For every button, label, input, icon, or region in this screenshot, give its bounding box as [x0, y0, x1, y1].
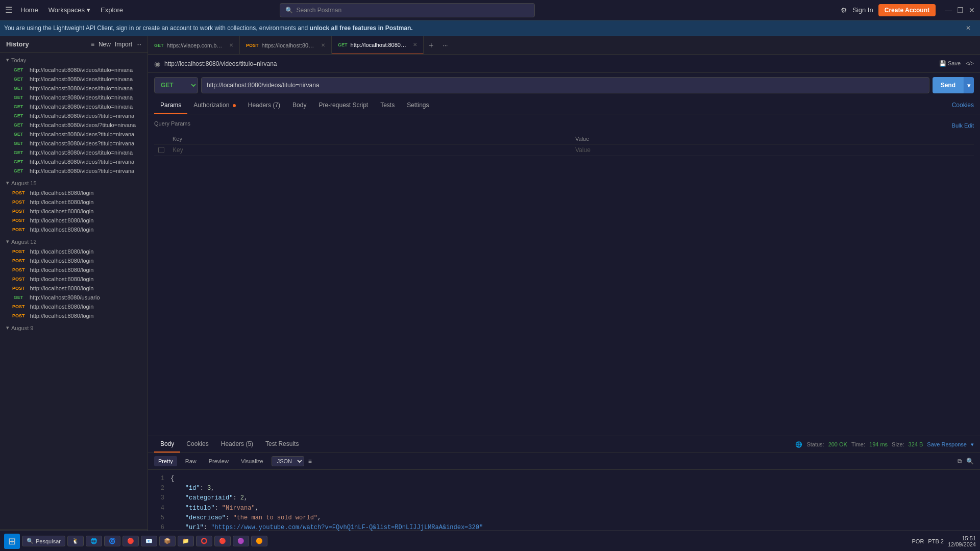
- list-item[interactable]: GEThttp://localhost:8080/videos?titulo=n…: [0, 166, 148, 176]
- tab-tests[interactable]: Tests: [374, 97, 401, 114]
- list-item[interactable]: POSThttp://localhost:8080/login: [0, 225, 148, 234]
- list-item[interactable]: POSThttp://localhost:8080/login: [0, 302, 148, 311]
- save-response-button[interactable]: Save Response: [927, 441, 967, 447]
- sidebar-filter-icon[interactable]: ≡: [91, 41, 94, 48]
- nav-explore[interactable]: Explore: [101, 6, 123, 14]
- sidebar-group-header-aug9[interactable]: ▾ August 9: [0, 322, 148, 333]
- bulk-edit-button[interactable]: Bulk Edit: [952, 122, 974, 129]
- taskbar-app-4[interactable]: 📧: [141, 536, 157, 546]
- start-button[interactable]: ⊞: [4, 534, 20, 549]
- taskbar-app-9[interactable]: 🟣: [233, 536, 249, 546]
- list-item[interactable]: GEThttp://localhost:8080/videos?titulo=n…: [0, 130, 148, 139]
- tab-0[interactable]: GET https://viacep.com.br/w... ✕: [148, 36, 240, 55]
- filter-icon[interactable]: ≡: [308, 458, 312, 465]
- tab-headers[interactable]: Headers (7): [242, 97, 286, 114]
- list-item[interactable]: POSThttp://localhost:8080/login: [0, 274, 148, 284]
- taskbar-app-penguin[interactable]: 🐧: [67, 536, 84, 546]
- format-raw[interactable]: Raw: [181, 456, 201, 466]
- new-tab-button[interactable]: +: [424, 41, 438, 50]
- nav-home[interactable]: Home: [20, 6, 38, 14]
- list-item[interactable]: POSThttp://localhost:8080/login: [0, 256, 148, 265]
- list-item[interactable]: GEThttp://localhost:8080/videos?titulo=n…: [0, 157, 148, 166]
- tab-params[interactable]: Params: [154, 97, 187, 114]
- search-icon[interactable]: 🔍: [966, 458, 974, 465]
- copy-icon[interactable]: ⧉: [958, 458, 962, 465]
- resp-tab-body[interactable]: Body: [154, 436, 180, 453]
- format-pretty[interactable]: Pretty: [154, 456, 177, 466]
- new-button[interactable]: New: [99, 41, 111, 48]
- list-item[interactable]: POSThttp://localhost:8080/login: [0, 188, 148, 197]
- list-item[interactable]: GEThttp://localhost:8080/videos/titulo=n…: [0, 65, 148, 74]
- format-visualize[interactable]: Visualize: [237, 456, 267, 466]
- tab-authorization[interactable]: Authorization: [187, 97, 241, 114]
- json-format-select[interactable]: JSON XML HTML Text: [272, 456, 304, 466]
- tab-body[interactable]: Body: [286, 97, 312, 114]
- url-input[interactable]: [201, 77, 929, 93]
- send-dropdown-button[interactable]: ▾: [964, 77, 974, 93]
- tab-close-button[interactable]: ✕: [321, 42, 325, 48]
- list-item[interactable]: POSThttp://localhost:8080/login: [0, 207, 148, 216]
- list-item[interactable]: POSThttp://localhost:8080/login: [0, 265, 148, 274]
- tab-close-button[interactable]: ✕: [413, 42, 417, 47]
- taskbar-app-6[interactable]: 📁: [178, 536, 194, 546]
- minimize-button[interactable]: —: [945, 6, 952, 14]
- import-button[interactable]: Import: [115, 41, 132, 48]
- restore-button[interactable]: ❐: [957, 6, 964, 14]
- table-row: [154, 144, 974, 156]
- value-input[interactable]: [575, 146, 970, 154]
- tab-settings[interactable]: Settings: [401, 97, 435, 114]
- list-item[interactable]: POSThttp://localhost:8080/login: [0, 216, 148, 225]
- taskbar-app-3[interactable]: 🔴: [122, 536, 139, 546]
- taskbar-app-2[interactable]: 🌀: [104, 536, 120, 546]
- search-bar[interactable]: 🔍 Search Postman: [280, 3, 535, 17]
- save-button[interactable]: 💾 Save: [939, 60, 961, 67]
- nav-workspaces[interactable]: Workspaces ▾: [48, 6, 90, 14]
- tab-2[interactable]: GET http://localhost:8080/vid... ✕: [332, 36, 424, 55]
- taskbar-app-browser[interactable]: 🌐: [86, 536, 102, 546]
- tab-1[interactable]: POST https://localhost:8080/... ✕: [240, 36, 332, 55]
- save-dropdown-icon[interactable]: ▾: [971, 441, 974, 448]
- sign-in-button[interactable]: Sign In: [852, 6, 873, 14]
- list-item[interactable]: GEThttp://localhost:8080/videos/?titulo=…: [0, 120, 148, 130]
- taskbar-app-7[interactable]: ⭕: [196, 536, 212, 546]
- search-taskbar[interactable]: 🔍 Pesquisar: [22, 536, 65, 546]
- resp-tab-cookies[interactable]: Cookies: [180, 436, 214, 453]
- sidebar-more-icon[interactable]: ···: [136, 41, 141, 48]
- sidebar-group-header-aug12[interactable]: ▾ August 12: [0, 236, 148, 247]
- tab-prerequest[interactable]: Pre-request Script: [312, 97, 374, 114]
- sidebar-group-header-aug15[interactable]: ▾ August 15: [0, 178, 148, 188]
- format-preview[interactable]: Preview: [205, 456, 233, 466]
- list-item[interactable]: GEThttp://localhost:8080/videos?titulo=n…: [0, 139, 148, 148]
- list-item[interactable]: GEThttp://localhost:8080/videos?titulo=n…: [0, 111, 148, 120]
- list-item[interactable]: GEThttp://localhost:8080/videos/titulo=n…: [0, 102, 148, 111]
- send-button[interactable]: Send: [933, 77, 964, 93]
- code-button[interactable]: </>: [966, 60, 974, 67]
- list-item[interactable]: POSThttp://localhost:8080/login: [0, 284, 148, 293]
- banner-close-button[interactable]: ✕: [966, 24, 976, 32]
- resp-tab-headers[interactable]: Headers (5): [215, 436, 259, 453]
- param-checkbox[interactable]: [158, 147, 164, 153]
- resp-tab-testresults[interactable]: Test Results: [259, 436, 305, 453]
- list-item[interactable]: GEThttp://localhost:8080/videos/titulo=n…: [0, 93, 148, 102]
- more-tabs-button[interactable]: ···: [438, 42, 452, 49]
- taskbar-app-10[interactable]: 🟠: [251, 536, 267, 546]
- list-item[interactable]: POSThttp://localhost:8080/login: [0, 247, 148, 256]
- list-item[interactable]: GEThttp://localhost:8080/videos/titulo=n…: [0, 84, 148, 93]
- tab-url: https://localhost:8080/...: [262, 42, 316, 48]
- key-input[interactable]: [173, 146, 567, 154]
- list-item[interactable]: GEThttp://localhost:8080/videos/titulo=n…: [0, 74, 148, 84]
- create-account-button[interactable]: Create Account: [878, 4, 936, 16]
- taskbar-app-5[interactable]: 📦: [159, 536, 176, 546]
- method-select[interactable]: GET POST PUT DELETE: [154, 77, 198, 93]
- tab-close-button[interactable]: ✕: [229, 42, 233, 48]
- settings-icon[interactable]: ⚙: [841, 6, 847, 14]
- list-item[interactable]: POSThttp://localhost:8080/login: [0, 197, 148, 207]
- sidebar-group-header-today[interactable]: ▾ Today: [0, 55, 148, 65]
- cookies-link[interactable]: Cookies: [952, 97, 974, 114]
- list-item[interactable]: GEThttp://localhost:8080/usuario: [0, 293, 148, 302]
- list-item[interactable]: POSThttp://localhost:8080/login: [0, 311, 148, 320]
- taskbar-app-8[interactable]: 🔴: [214, 536, 231, 546]
- list-item[interactable]: GEThttp://localhost:8080/videos/titulo=n…: [0, 148, 148, 157]
- close-button[interactable]: ✕: [969, 6, 975, 14]
- menu-icon[interactable]: ☰: [5, 5, 12, 15]
